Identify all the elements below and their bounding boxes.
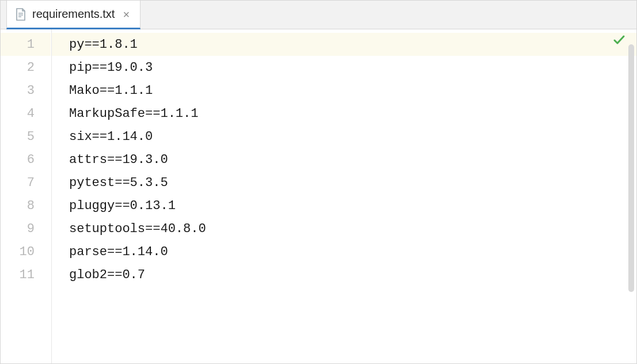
editor-window: requirements.txt × 1234567891011 py==1.8… (0, 0, 637, 364)
line-number: 9 (1, 217, 51, 240)
code-line[interactable]: Mako==1.1.1 (52, 79, 636, 102)
code-line[interactable]: six==1.14.0 (52, 125, 636, 148)
tab-requirements-txt[interactable]: requirements.txt × (6, 1, 141, 29)
code-line[interactable]: py==1.8.1 (52, 33, 636, 56)
line-number: 2 (1, 56, 51, 79)
code-line[interactable]: MarkupSafe==1.1.1 (52, 102, 636, 125)
line-number: 10 (1, 240, 51, 263)
code-line[interactable]: pytest==5.3.5 (52, 171, 636, 194)
line-number: 4 (1, 102, 51, 125)
code-line[interactable]: setuptools==40.8.0 (52, 217, 636, 240)
code-content[interactable]: py==1.8.1pip==19.0.3Mako==1.1.1MarkupSaf… (52, 29, 636, 363)
editor-area: 1234567891011 py==1.8.1pip==19.0.3Mako==… (1, 29, 636, 363)
line-number-gutter: 1234567891011 (1, 29, 51, 363)
code-line[interactable]: parse==1.14.0 (52, 240, 636, 263)
line-number: 6 (1, 148, 51, 171)
text-file-icon (15, 7, 26, 21)
inspection-ok-checkmark-icon[interactable] (612, 33, 626, 47)
line-number: 8 (1, 194, 51, 217)
line-number: 3 (1, 79, 51, 102)
code-line[interactable]: pluggy==0.13.1 (52, 194, 636, 217)
scrollbar-thumb[interactable] (628, 44, 634, 292)
code-line[interactable]: glob2==0.7 (52, 263, 636, 286)
close-tab-icon[interactable]: × (120, 7, 132, 21)
line-number: 5 (1, 125, 51, 148)
line-number: 11 (1, 263, 51, 286)
code-line[interactable]: pip==19.0.3 (52, 56, 636, 79)
tab-filename-label: requirements.txt (32, 7, 115, 21)
line-number: 1 (1, 33, 51, 56)
line-number: 7 (1, 171, 51, 194)
tab-bar: requirements.txt × (1, 1, 636, 29)
code-line[interactable]: attrs==19.3.0 (52, 148, 636, 171)
